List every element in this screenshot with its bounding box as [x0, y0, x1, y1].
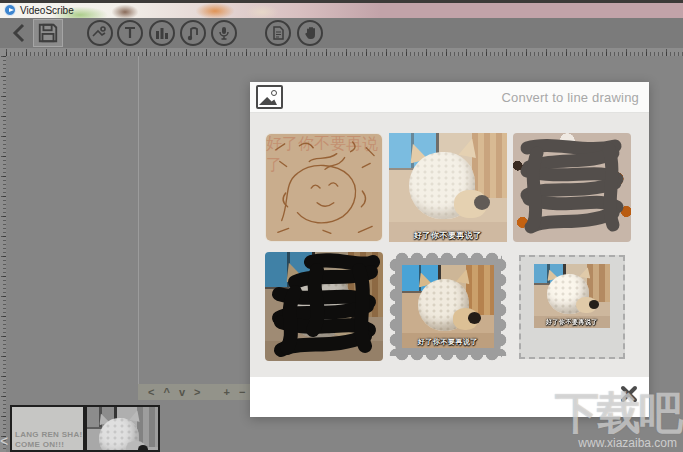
horizontal-ruler [6, 48, 683, 56]
notes-button[interactable] [265, 20, 291, 46]
canvas-pan-zoom-controls: < ^ v > + − [138, 384, 268, 400]
zoom-in-button[interactable]: + [223, 387, 229, 398]
add-music-icon [180, 20, 206, 46]
add-image-icon [87, 20, 113, 46]
photo-thumbnail: 好了你不要再说了 [534, 264, 610, 328]
close-button[interactable] [619, 384, 639, 404]
microphone-icon [211, 20, 237, 46]
option-black-scribble[interactable] [265, 252, 383, 361]
videoscribe-logo-icon [4, 4, 16, 16]
zoom-out-button[interactable]: − [239, 387, 245, 398]
save-button[interactable] [33, 19, 63, 47]
pan-right-button[interactable]: > [194, 387, 200, 398]
photo-thumbnail [87, 407, 158, 452]
add-image-button[interactable] [87, 20, 113, 46]
timeline-slide-text[interactable]: LANG REN SHA!! COME ON!!! [10, 405, 85, 452]
add-chart-button[interactable] [149, 20, 175, 46]
close-icon [619, 384, 639, 404]
stamp-frame: 好了你不要再说了 [519, 255, 625, 359]
photo-thumbnail: 好了你不要再说了 [389, 133, 507, 242]
record-voiceover-button[interactable] [211, 20, 237, 46]
hand-icon [297, 20, 323, 46]
image-icon [256, 85, 283, 109]
canvas-page-divider [138, 56, 139, 385]
option-scalloped-frame[interactable]: 好了你不要再说了 [389, 252, 507, 361]
add-chart-icon [149, 20, 175, 46]
timeline-prev-button[interactable]: < [0, 433, 8, 449]
slide-caption-line2: COME ON!!! [15, 440, 85, 450]
dialog-title: Convert to line drawing [501, 90, 639, 105]
option-stamp-frame[interactable]: 好了你不要再说了 [513, 252, 631, 361]
slide-caption-line1: LANG REN SHA!! [15, 430, 85, 440]
photo-caption: 好了你不要再说了 [402, 337, 494, 347]
back-button[interactable] [6, 20, 32, 46]
pan-left-button[interactable]: < [148, 387, 154, 398]
add-text-button[interactable] [117, 20, 143, 46]
dialog-options-grid: 好了你不要再说了 好了你不要再说了 [250, 113, 649, 377]
toolbar [0, 18, 683, 48]
photo-thumbnail: 好了你不要再说了 [402, 265, 494, 348]
option-color-sketch[interactable]: 好了你不要再说了 [389, 133, 507, 242]
add-music-button[interactable] [180, 20, 206, 46]
option-dark-scribble[interactable] [513, 133, 631, 242]
add-text-icon [117, 20, 143, 46]
timeline-slide-photo[interactable] [85, 405, 160, 452]
hand-tool-button[interactable] [297, 20, 323, 46]
dialog-header: Convert to line drawing [250, 82, 649, 113]
photo-caption: 好了你不要再说了 [534, 318, 610, 327]
videoscribe-app: VideoScribe [0, 0, 683, 452]
pan-up-button[interactable]: ^ [163, 387, 169, 398]
pan-down-button[interactable]: v [179, 387, 185, 398]
convert-dialog: Convert to line drawing [250, 82, 649, 417]
photo-caption: 好了你不要再说了 [389, 230, 507, 241]
dialog-footer [250, 377, 649, 417]
option-line-drawing[interactable]: 好了你不要再说了 [265, 133, 383, 242]
window-title: VideoScribe [20, 5, 74, 16]
save-icon [37, 22, 59, 44]
notes-icon [265, 20, 291, 46]
titlebar: VideoScribe [0, 3, 683, 18]
